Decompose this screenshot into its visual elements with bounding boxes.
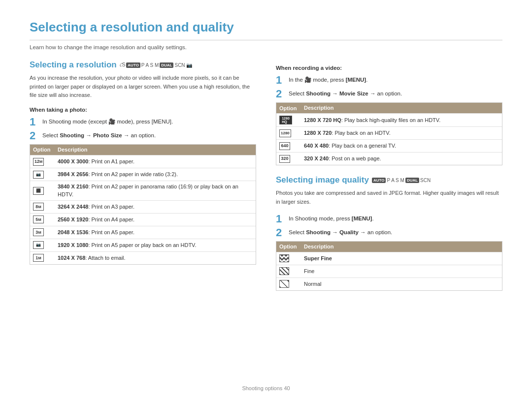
table-header-photo: Option Description — [30, 145, 256, 155]
table-row: 640 640 X 480: Play back on a general TV… — [276, 139, 502, 152]
left-column: Selecting a resolution 𝓒S AUTO P A S M D… — [30, 60, 256, 296]
mode-icons-scn: SCN — [174, 62, 185, 68]
mode-badge-dual2: DUAL — [405, 178, 419, 183]
video-step-1: 1 In the 🎥 mode, press [MENU]. — [276, 75, 502, 86]
header-option: Option — [279, 243, 304, 250]
icon-1280hq: 1280HQ — [279, 116, 292, 124]
mode-icons-text: P A S M — [141, 62, 159, 68]
resolution-description: As you increase the resolution, your pho… — [30, 74, 256, 100]
table-row: 320 320 X 240: Post on a web page. — [276, 152, 502, 165]
table-row: 1280HQ 1280 X 720 HQ: Play back high-qua… — [276, 113, 502, 126]
two-column-layout: Selecting a resolution 𝓒S AUTO P A S M D… — [30, 60, 502, 296]
camera-icon-inline: 🎥 — [108, 119, 117, 124]
icon-fine — [279, 267, 289, 275]
mode-icon-cs: 𝓒S — [120, 62, 126, 68]
photo-subheading: When taking a photo: — [30, 107, 256, 113]
icon-9m: ⬛ — [33, 187, 44, 195]
icon-1m: 1M — [33, 254, 44, 262]
table-row-superfine: Super Fine — [276, 252, 502, 265]
quality-section-title: Selecting image quality AUTO P A S M DUA… — [276, 175, 502, 185]
video-size-table: Option Description 1280HQ 1280 X 720 HQ:… — [276, 102, 502, 165]
header-description: Description — [58, 146, 253, 154]
page-title: Selecting a resolution and quality — [30, 20, 502, 40]
table-header-video: Option Description — [276, 103, 502, 113]
resolution-section-title: Selecting a resolution 𝓒S AUTO P A S M D… — [30, 60, 256, 70]
video-section: When recording a video: 1 In the 🎥 mode,… — [276, 65, 502, 165]
photo-size-table: Option Description 12M 4000 X 3000: Prin… — [30, 144, 256, 265]
table-row: 📷 3984 X 2656: Print on A2 paper in wide… — [30, 168, 256, 181]
table-row: ⬛ 3840 X 2160: Print on A2 paper in pano… — [30, 181, 256, 200]
table-row: 3M 2048 X 1536: Print on A5 paper. — [30, 226, 256, 239]
table-row-normal: Normal — [276, 278, 502, 290]
video-step-2: 2 Select Shooting → Movie Size → an opti… — [276, 89, 502, 99]
icon-1280: 1280 — [279, 129, 291, 137]
table-row: 1280 1280 X 720: Play back on an HDTV. — [276, 126, 502, 139]
header-description: Description — [304, 104, 499, 112]
icon-640: 640 — [279, 142, 290, 150]
table-row-fine: Fine — [276, 265, 502, 278]
icon-8m: 8M — [33, 203, 44, 211]
video-subheading: When recording a video: — [276, 65, 502, 71]
header-option: Option — [33, 146, 58, 154]
quality-description: Photos you take are compressed and saved… — [276, 189, 502, 206]
page-footer: Shooting options 40 — [0, 385, 532, 391]
photo-step-1: 1 In Shooting mode (except 🎥 mode), pres… — [30, 117, 256, 127]
header-option: Option — [279, 104, 304, 112]
header-description: Description — [304, 243, 499, 250]
right-column: When recording a video: 1 In the 🎥 mode,… — [276, 60, 502, 296]
table-row: 5M 2560 X 1920: Print on A4 paper. — [30, 213, 256, 226]
icon-10w: 📷 — [33, 171, 44, 179]
icon-5m: 5M — [33, 216, 44, 223]
table-row: 8M 3264 X 2448: Print on A3 paper. — [30, 200, 256, 213]
table-row: 1M 1024 X 768: Attach to email. — [30, 251, 256, 264]
icon-3m: 3M — [33, 228, 44, 236]
quality-step-1: 1 In Shooting mode, press [MENU]. — [276, 214, 502, 224]
icon-2w: 📷 — [33, 241, 44, 249]
mode-icon-cam: 📷 — [186, 62, 192, 68]
quality-table: Option Description Super Fine Fine — [276, 241, 502, 291]
mode-badge-auto2: AUTO — [372, 178, 386, 183]
icon-normal — [279, 280, 289, 288]
quality-step-2: 2 Select Shooting → Quality → an option. — [276, 227, 502, 238]
video-icon-inline: 🎥 — [304, 77, 313, 83]
icon-12m: 12M — [33, 158, 44, 166]
icon-superfine — [279, 254, 289, 262]
mode-badge-auto: AUTO — [126, 62, 140, 68]
page-subtitle: Learn how to change the image resolution… — [30, 44, 502, 50]
photo-step-2: 2 Select Shooting → Photo Size → an opti… — [30, 130, 256, 141]
page-content: Selecting a resolution and quality Learn… — [0, 0, 532, 310]
quality-section: Selecting image quality AUTO P A S M DUA… — [276, 175, 502, 291]
table-row: 12M 4000 X 3000: Print on A1 paper. — [30, 155, 256, 168]
table-row: 📷 1920 X 1080: Print on A5 paper or play… — [30, 239, 256, 251]
table-header-quality: Option Description — [276, 242, 502, 252]
mode-badge-dual: DUAL — [160, 62, 173, 68]
icon-320: 320 — [279, 155, 290, 163]
